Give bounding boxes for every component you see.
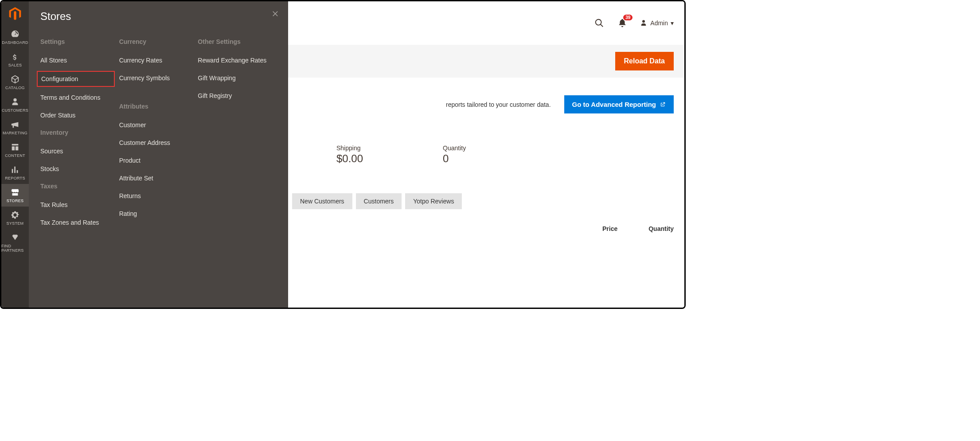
flyout-section-title: Settings xyxy=(40,38,115,45)
search-icon[interactable] xyxy=(593,17,605,29)
menu-terms-conditions[interactable]: Terms and Conditions xyxy=(37,90,115,105)
stat-shipping: Shipping $0.00 xyxy=(336,144,390,165)
advanced-reporting-button[interactable]: Go to Advanced Reporting xyxy=(564,95,674,113)
bar-chart-icon xyxy=(10,165,20,175)
adv-button-label: Go to Advanced Reporting xyxy=(572,101,656,108)
username: Admin xyxy=(650,20,668,27)
nav-customers[interactable]: CUSTOMERS xyxy=(1,94,29,116)
menu-all-stores[interactable]: All Stores xyxy=(37,53,115,67)
nav-label: STORES xyxy=(7,199,24,203)
left-nav: DASHBOARD SALES CATALOG CUSTOMERS MARKET… xyxy=(1,1,29,308)
tab-yotpo-reviews[interactable]: Yotpo Reviews xyxy=(405,193,462,209)
flyout-section-title: Inventory xyxy=(40,129,115,136)
menu-currency-symbols[interactable]: Currency Symbols xyxy=(116,71,194,85)
notifications-button[interactable]: 39 xyxy=(617,17,628,29)
nav-label: CUSTOMERS xyxy=(2,108,28,113)
menu-reward-exchange[interactable]: Reward Exchange Rates xyxy=(194,53,272,67)
menu-sources[interactable]: Sources xyxy=(37,144,115,158)
nav-label: CATALOG xyxy=(5,86,25,90)
menu-customer-address-attr[interactable]: Customer Address xyxy=(116,136,194,150)
nav-system[interactable]: SYSTEM xyxy=(1,207,29,229)
menu-rating-attr[interactable]: Rating xyxy=(116,207,194,221)
menu-tax-zones-rates[interactable]: Tax Zones and Rates xyxy=(37,215,115,230)
menu-order-status[interactable]: Order Status xyxy=(37,108,115,122)
dollar-icon xyxy=(10,52,20,62)
adv-text-tail: reports tailored to your customer data. xyxy=(446,101,551,108)
flyout-columns: Settings All Stores Configuration Terms … xyxy=(29,31,288,233)
stat-value: $0.00 xyxy=(336,152,390,165)
menu-gift-wrapping[interactable]: Gift Wrapping xyxy=(194,71,272,85)
tab-customers[interactable]: Customers xyxy=(356,193,402,209)
flyout-section-title: Taxes xyxy=(40,183,115,190)
nav-label: REPORTS xyxy=(5,176,25,180)
person-icon xyxy=(10,97,20,107)
layout-icon xyxy=(10,142,20,152)
nav-label: DASHBOARD xyxy=(2,40,28,45)
nav-stores[interactable]: STORES xyxy=(1,184,29,207)
column-quantity: Quantity xyxy=(648,225,674,232)
stat-label: Shipping xyxy=(336,144,390,152)
stat-value: 0 xyxy=(443,152,496,165)
tab-new-customers[interactable]: New Customers xyxy=(292,193,352,209)
nav-dashboard[interactable]: DASHBOARD xyxy=(1,26,29,48)
box-icon xyxy=(10,74,20,84)
tabs: New Customers Customers Yotpo Reviews xyxy=(281,193,684,209)
stat-label: Quantity xyxy=(443,144,496,152)
nav-sales[interactable]: SALES xyxy=(1,48,29,71)
storefront-icon xyxy=(10,187,20,197)
stats-row: Shipping $0.00 Quantity 0 xyxy=(326,142,684,168)
nav-label: SYSTEM xyxy=(7,221,24,226)
close-icon[interactable] xyxy=(270,8,281,19)
flyout-col-2: Currency Currency Rates Currency Symbols… xyxy=(119,31,198,233)
flyout-col-1: Settings All Stores Configuration Terms … xyxy=(40,31,119,233)
column-price: Price xyxy=(602,225,617,232)
stat-quantity: Quantity 0 xyxy=(443,144,496,165)
partners-icon xyxy=(10,233,20,242)
menu-customer-attr[interactable]: Customer xyxy=(116,118,194,132)
nav-label: MARKETING xyxy=(3,131,27,135)
nav-catalog[interactable]: CATALOG xyxy=(1,71,29,94)
table-header: Price Quantity xyxy=(281,225,684,232)
reload-data-button[interactable]: Reload Data xyxy=(615,52,674,70)
menu-currency-rates[interactable]: Currency Rates xyxy=(116,53,194,67)
user-menu[interactable]: Admin ▾ xyxy=(640,19,674,27)
nav-label: CONTENT xyxy=(5,153,25,158)
menu-product-attr[interactable]: Product xyxy=(116,153,194,168)
menu-configuration[interactable]: Configuration xyxy=(37,71,115,87)
nav-label: SALES xyxy=(8,63,22,67)
gear-icon xyxy=(10,210,20,220)
nav-reports[interactable]: REPORTS xyxy=(1,161,29,184)
nav-label: FIND PARTNERS xyxy=(1,244,29,253)
nav-find-partners[interactable]: FIND PARTNERS xyxy=(1,229,29,256)
user-icon xyxy=(640,19,648,27)
notification-badge: 39 xyxy=(623,15,633,20)
menu-attribute-set[interactable]: Attribute Set xyxy=(116,171,194,185)
menu-tax-rules[interactable]: Tax Rules xyxy=(37,198,115,212)
flyout-section-title: Other Settings xyxy=(198,38,272,45)
external-link-icon xyxy=(660,101,666,108)
megaphone-icon xyxy=(10,120,20,129)
flyout-section-title: Currency xyxy=(119,38,194,45)
flyout-title: Stores xyxy=(29,6,288,31)
flyout-section-title: Attributes xyxy=(119,103,194,110)
magento-logo-icon[interactable] xyxy=(1,1,29,26)
chevron-down-icon: ▾ xyxy=(671,20,674,27)
menu-gift-registry[interactable]: Gift Registry xyxy=(194,89,272,103)
nav-marketing[interactable]: MARKETING xyxy=(1,116,29,139)
menu-returns-attr[interactable]: Returns xyxy=(116,189,194,203)
flyout-col-3: Other Settings Reward Exchange Rates Gif… xyxy=(198,31,277,233)
stores-flyout: Stores Settings All Stores Configuration… xyxy=(29,1,288,308)
menu-stocks[interactable]: Stocks xyxy=(37,162,115,176)
dashboard-icon xyxy=(10,29,20,39)
nav-content[interactable]: CONTENT xyxy=(1,139,29,161)
